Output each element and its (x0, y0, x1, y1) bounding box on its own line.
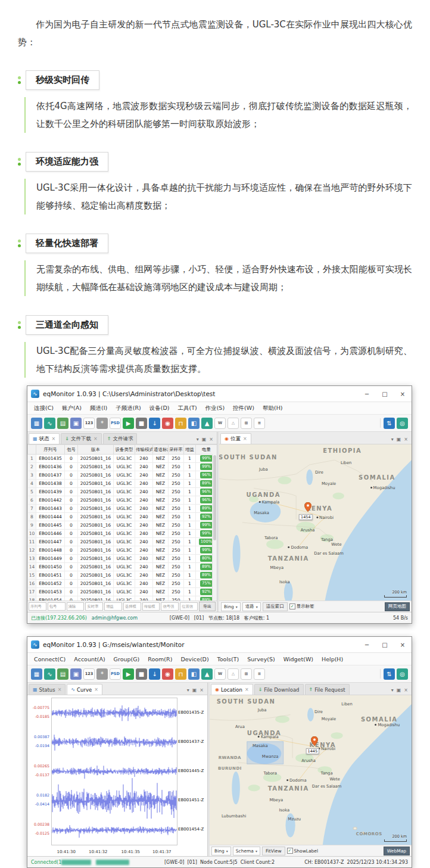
filter-input[interactable]: 增益 (104, 602, 122, 611)
list-icon[interactable]: ≡ (254, 668, 265, 680)
float-panel-icon[interactable]: ▣ (397, 437, 401, 442)
chevron-down-icon[interactable]: ▾ (197, 437, 199, 442)
tab-close-icon[interactable]: × (243, 436, 247, 441)
filter-input[interactable]: 选择模 (123, 602, 141, 611)
psd-icon[interactable]: PSD (110, 418, 121, 429)
device-row[interactable]: 11EB001447020250801_16UGL3C240NEZ2501100… (28, 538, 217, 546)
ruler-icon[interactable]: △ (228, 668, 239, 680)
chevron-down-icon[interactable]: ▾ (187, 687, 189, 693)
calculator-icon[interactable]: 123 (83, 418, 95, 429)
web-map-button[interactable]: 网页地图 (385, 602, 410, 611)
close-button[interactable]: × (394, 386, 412, 402)
panel-tab[interactable]: ◉ 位置 × (220, 433, 251, 444)
close-panel-icon[interactable]: × (404, 687, 408, 693)
menu-item[interactable]: 控件(W) (229, 405, 258, 412)
device-row[interactable]: 4EB001438020250801_16UGL3C240NEZ250189% (28, 480, 217, 488)
settings-icon[interactable]: * (96, 668, 108, 680)
device-row[interactable]: 12EB001448020250801_16UGL3C240NEZ250199% (28, 546, 217, 555)
chart-icon[interactable]: ◧ (188, 668, 200, 680)
filter-input[interactable]: 信号强 (161, 602, 179, 611)
waveform-plot[interactable] (51, 698, 177, 845)
float-panel-icon[interactable]: ▣ (397, 687, 401, 693)
stop-icon[interactable]: ■ (136, 668, 147, 680)
menu-item[interactable]: Connect(C) (30, 656, 70, 662)
device-row[interactable]: 7EB001443020250801_16UGL3C240NEZ250189% (28, 505, 217, 513)
column-header[interactable]: 设备类型 (114, 445, 135, 455)
menu-item[interactable]: 作业(S) (201, 405, 229, 412)
maximize-button[interactable]: □ (376, 637, 394, 652)
float-panel-icon[interactable]: ▣ (202, 437, 207, 442)
map-marker-pin[interactable] (311, 736, 318, 746)
device-row[interactable]: 13EB001449020250801_16UGL3C240NEZ250180% (28, 555, 217, 563)
minimize-button[interactable]: ─ (358, 637, 376, 652)
menu-item[interactable]: Account(A) (70, 656, 109, 662)
float-panel-icon[interactable]: ▣ (192, 687, 197, 693)
wave-monitor-icon[interactable]: ∿ (44, 418, 55, 429)
menu-item[interactable]: Room(R) (144, 656, 176, 662)
close-panel-icon[interactable]: × (404, 437, 408, 442)
column-header[interactable]: 序列号 (36, 445, 65, 455)
fit-view-button[interactable]: FitView (262, 847, 285, 855)
tab-close-icon[interactable]: × (52, 436, 56, 441)
compass-icon[interactable]: ▲ (201, 668, 213, 680)
location-pin-icon[interactable]: ◉ (162, 668, 173, 680)
status-table-icon[interactable]: ▦ (31, 418, 42, 429)
lock-icon[interactable]: ⊓ (175, 418, 186, 429)
menu-item[interactable]: 连接(C) (30, 405, 58, 412)
fit-view-button[interactable]: 适应窗口 (263, 602, 288, 611)
title-bar[interactable]: ∿ eqMonitor 1.0.93 | G:/mseis/wlantest/M… (27, 637, 412, 653)
map-provider-select[interactable]: Bing▾ (211, 847, 231, 855)
device-row[interactable]: 1EB001435020250801_16UGL3C240NEZ250199% (28, 455, 217, 463)
lock-icon[interactable]: ⊓ (175, 668, 186, 680)
close-panel-icon[interactable]: × (209, 437, 213, 442)
panel-tab[interactable]: ⇓ 文件下载 × (61, 433, 101, 444)
device-grid-icon[interactable]: ▤ (57, 418, 68, 429)
download-icon[interactable]: ↓ (149, 418, 160, 429)
word-export-icon[interactable]: W (214, 418, 226, 429)
tab-close-icon[interactable]: × (245, 687, 249, 692)
title-bar[interactable]: ∿ eqMonitor 1.0.93 | C:\Users\Administra… (27, 386, 412, 402)
column-header[interactable]: 电量 (196, 445, 217, 455)
menu-item[interactable]: Group(G) (110, 656, 144, 662)
close-button[interactable]: × (394, 637, 412, 652)
network-status-icon[interactable]: ◎ (397, 418, 408, 429)
grid-icon[interactable]: ⊞ (241, 668, 252, 680)
menu-item[interactable]: Device(D) (176, 656, 213, 662)
menu-item[interactable]: 工具(T) (173, 405, 201, 412)
calculator-icon[interactable]: 123 (83, 668, 95, 680)
filter-input[interactable]: 实时率 (85, 602, 103, 611)
column-header[interactable]: 采样率 (169, 445, 184, 455)
scrollbar-thumb[interactable] (213, 455, 216, 540)
export-button[interactable]: 导出 (199, 602, 216, 611)
tab-close-icon[interactable]: × (94, 436, 98, 441)
map-style-select[interactable]: Schema▾ (233, 847, 260, 855)
psd-icon[interactable]: PSD (110, 668, 121, 680)
panel-tab[interactable]: ◉ Location × (211, 684, 253, 695)
device-row[interactable]: 10EB001446020250801_16UGL3C240NEZ250199% (28, 530, 217, 538)
filter-input[interactable]: 传输模 (142, 602, 160, 611)
cloud-sync-icon[interactable]: ⇅ (384, 668, 395, 680)
cloud-sync-icon[interactable]: ⇅ (384, 418, 395, 429)
menu-item[interactable]: 子频道(R) (111, 405, 145, 412)
panel-tab[interactable]: ▦ Status × (29, 684, 66, 695)
device-row[interactable]: 5EB001439020250801_16UGL3C240NEZ250196% (28, 488, 217, 496)
device-row[interactable]: 6EB001442020250801_16UGL3C240NEZ250196% (28, 496, 217, 505)
map-window-icon[interactable]: ▣ (70, 418, 82, 429)
filter-input[interactable]: 序列号 (29, 602, 46, 611)
column-header[interactable]: 包号 (65, 445, 78, 455)
status-table-icon[interactable]: ▦ (31, 668, 42, 680)
minimize-button[interactable]: ─ (358, 386, 376, 402)
map-style-select[interactable]: 道路▾ (242, 602, 261, 611)
menu-item[interactable]: Help(H) (317, 656, 347, 662)
menu-item[interactable]: Survey(S) (243, 656, 279, 662)
menu-item[interactable]: 帮助(H) (258, 405, 287, 412)
menu-item[interactable]: 设备(D) (145, 405, 174, 412)
map-view[interactable]: ETHIOPIASOUTH SUDANSOMALIAUGANDAKENYATAN… (219, 444, 412, 601)
device-row[interactable]: 18EB001454020250801_16UGL3C240NEZ250189% (28, 596, 217, 601)
settings-icon[interactable]: * (96, 418, 108, 429)
panel-tab[interactable]: ⇑ File Request × (305, 684, 350, 695)
device-row[interactable]: 16EB001452020250801_16UGL3C240NEZ250175% (28, 580, 217, 588)
device-row[interactable]: 9EB001445020250801_16UGL3C240NEZ250199% (28, 521, 217, 530)
device-row[interactable]: 8EB001444020250801_16UGL3C240NEZ250192% (28, 513, 217, 521)
device-row[interactable]: 3EB001437020250801_16UGL3C240NEZ250196% (28, 471, 217, 480)
